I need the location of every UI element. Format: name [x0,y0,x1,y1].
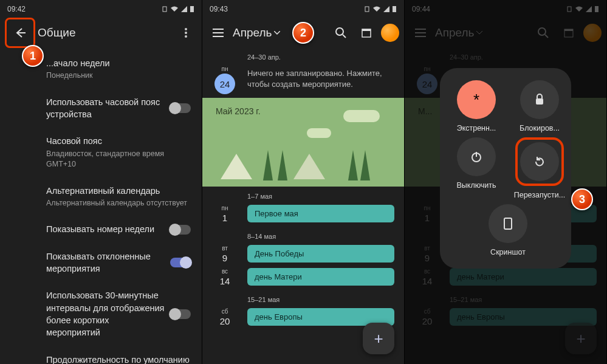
power-lock[interactable]: Блокиров... [510,80,569,132]
account-avatar[interactable] [381,24,399,42]
svg-point-3 [185,32,187,34]
arrow-back-icon [13,26,27,39]
setting-title: Показывать номер недели [46,223,165,235]
date-range: 8–14 мая [202,227,404,244]
lock-icon [534,94,545,106]
setting-subtitle: Альтернативный календарь отсутствует [46,198,191,209]
event-chip[interactable]: День Победы [247,245,394,263]
wifi-icon [170,6,179,12]
power-label: Блокиров... [520,124,560,132]
day-number: 14 [208,276,241,286]
setting-title: Альтернативный календарь [46,185,191,197]
setting-subtitle: Понедельник [46,70,191,81]
empty-day-text[interactable]: Ничего не запланировано. Нажмите, чтобы … [247,66,398,90]
switch-off[interactable] [170,225,191,235]
switch-off[interactable] [170,103,191,113]
step-badge-2: 2 [292,22,314,44]
panel-settings: 09:42 Общие 1 ...ачало недели Понедельни… [0,0,202,364]
setting-title: Показывать отклоненные мероприятия [46,250,165,275]
panel-power-menu: 09:44 Апрель 24–30 апр. пн24... M... 1–7… [405,0,607,364]
day-number: 20 [208,316,241,326]
svg-point-2 [185,28,187,30]
highlight-back [5,18,35,48]
step-badge-3: 3 [571,188,593,210]
month-text: Апрель [233,26,272,39]
overflow-menu-button[interactable] [175,22,197,44]
setting-title: Использовать часовой пояс устройства [46,96,165,121]
date-range: 1–7 мая [202,187,404,204]
setting-30min-intervals[interactable]: Использовать 30-минутные интервалы для о… [0,282,202,346]
calendar-content[interactable]: 24–30 апр. пн 24 Ничего не запланировано… [202,47,404,364]
fab-create-event[interactable]: + [363,323,394,354]
status-time: 09:43 [210,5,228,13]
search-icon [335,27,346,38]
wifi-icon [372,6,381,12]
svg-rect-16 [536,98,543,105]
power-label: Перезапусти... [514,191,566,199]
today-circle: 24 [214,74,235,94]
panel-calendar: 09:43 Апрель 2 24–30 апр. пн 24 [202,0,405,364]
back-button[interactable] [8,21,32,45]
more-vert-icon [185,28,187,38]
today-button[interactable] [355,22,377,44]
vibrate-icon [364,6,370,12]
setting-title: Продолжительность по умолчанию [46,354,191,364]
settings-list: ...ачало недели Понедельник Использовать… [0,47,202,364]
setting-timezone[interactable]: Часовой пояс Владивосток, стандартное вр… [0,128,202,177]
switch-off[interactable] [170,309,191,319]
svg-text:*: * [473,93,479,106]
event-chip[interactable]: Первое мая [247,205,394,222]
signal-icon [181,6,187,12]
setting-title: Использовать 30-минутные интервалы для о… [46,289,165,338]
power-screenshot[interactable]: Скриншот [479,204,537,256]
power-emergency[interactable]: * Экстренн... [447,80,506,132]
power-restart[interactable]: Перезапусти... [510,137,569,199]
setting-title: Часовой пояс [46,135,191,147]
day-of-week: пн [208,66,241,72]
power-icon [470,151,482,163]
month-dropdown[interactable]: Апрель [233,26,280,39]
screenshot-icon [503,217,513,230]
status-time: 09:42 [7,5,26,13]
day-of-week: пн [208,205,241,211]
day-row[interactable]: пн 24 Ничего не запланировано. Нажмите, … [202,64,404,98]
menu-icon [213,29,224,37]
svg-rect-5 [365,7,369,12]
setting-show-declined[interactable]: Показывать отклоненные мероприятия [0,243,202,283]
settings-title: Общие [38,26,75,39]
day-of-week: сб [208,308,241,315]
power-menu: * Экстренн... Блокиров... Выключить Пере… [440,68,571,269]
setting-show-week-number[interactable]: Показывать номер недели [0,216,202,242]
step-badge-1: 1 [22,45,44,67]
setting-use-device-tz[interactable]: Использовать часовой пояс устройства [0,89,202,128]
svg-rect-6 [393,6,396,12]
date-range: 15–21 мая [202,290,404,307]
power-off[interactable]: Выключить [447,137,506,199]
status-icons [364,5,397,13]
chevron-down-icon [274,31,280,35]
day-of-week: вт [208,245,241,252]
status-bar: 09:42 [0,0,202,18]
day-column: пн 24 [208,66,241,94]
day-row: пн1 Первое мая [202,204,404,227]
search-button[interactable] [330,22,352,44]
day-number: 1 [208,213,241,223]
day-row: вс14 день Матери [202,267,404,290]
setting-title: ...ачало недели [46,57,191,69]
highlight-restart [515,137,564,186]
app-bar: Общие [0,18,202,47]
svg-point-7 [336,28,343,35]
menu-button[interactable] [207,22,229,44]
svg-point-4 [185,35,187,38]
setting-default-duration[interactable]: Продолжительность по умолчанию [0,346,202,364]
vibrate-icon [162,6,168,12]
power-label: Экстренн... [457,124,496,132]
date-range: 24–30 апр. [202,47,404,64]
setting-alt-calendar[interactable]: Альтернативный календарь Альтернативный … [0,177,202,216]
day-number: 9 [208,253,241,263]
event-chip[interactable]: день Матери [247,268,394,286]
status-bar: 09:43 [202,0,404,18]
month-illustration: Май 2023 г. [202,98,404,187]
restart-icon [533,156,546,168]
switch-on[interactable] [170,258,191,267]
